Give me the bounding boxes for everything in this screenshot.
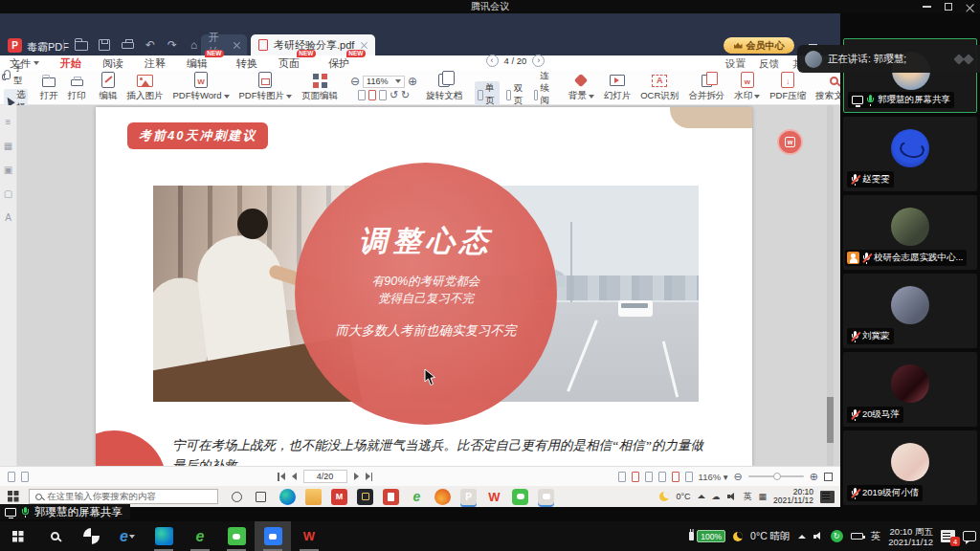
home-icon[interactable]: ⌂	[190, 38, 197, 52]
green-browser-button[interactable]: e	[182, 521, 218, 551]
page-thumb-icon[interactable]	[8, 472, 15, 482]
open-button[interactable]: 打开	[35, 71, 63, 104]
weather-moon-icon[interactable]	[659, 492, 669, 501]
wps-button[interactable]: W	[291, 521, 327, 551]
menu-read[interactable]: 阅读	[102, 56, 123, 71]
tray-expand-icon[interactable]	[798, 535, 806, 539]
ie-button[interactable]: e	[109, 521, 145, 551]
action-center-icon[interactable]	[963, 531, 976, 541]
maximize-icon[interactable]	[945, 3, 952, 11]
annotation-icon[interactable]: ▣	[4, 165, 12, 175]
meeting-button[interactable]	[255, 521, 291, 551]
next-page-icon[interactable]: ›	[532, 55, 545, 67]
merge-split-button[interactable]: 合并拆分	[683, 71, 729, 104]
vip-center-button[interactable]: 会员中心	[724, 37, 794, 54]
first-page-icon[interactable]	[278, 473, 285, 481]
search-input[interactable]: 在这里输入你要搜索的内容	[29, 489, 218, 504]
images-icon[interactable]: ▢	[4, 188, 12, 199]
menu-convert[interactable]: 转换	[236, 56, 257, 71]
edit-button[interactable]: 编辑	[95, 71, 122, 104]
battery-icon[interactable]	[851, 533, 863, 540]
undo-icon[interactable]: ↶	[145, 38, 155, 52]
last-page-icon[interactable]	[366, 473, 373, 481]
wps-icon[interactable]: W	[486, 489, 502, 505]
page-number-input[interactable]: 4/20	[303, 470, 347, 483]
ime-indicator[interactable]: 英	[744, 491, 752, 503]
rotate-doc-button[interactable]: 旋转文档	[421, 71, 467, 104]
zoom-slider-knob[interactable]	[773, 473, 781, 480]
ie-green-icon[interactable]: e	[409, 489, 425, 505]
prev-page-icon[interactable]	[292, 473, 297, 480]
insert-image-button[interactable]: 插入图片	[122, 71, 168, 104]
watermark-button[interactable]: w水印	[729, 71, 765, 104]
start-button[interactable]	[0, 521, 36, 551]
flame-app-icon[interactable]	[434, 489, 451, 505]
fit-page-icon[interactable]	[358, 90, 366, 100]
scrollbar-thumb[interactable]	[827, 397, 834, 443]
battery-status[interactable]: 100%	[689, 530, 725, 542]
weather-text[interactable]: 0°C 晴朗	[750, 530, 791, 543]
taskbar-search-button[interactable]	[36, 521, 73, 551]
zoom-slider[interactable]	[748, 475, 804, 477]
antivirus-tray-icon[interactable]: ↻	[831, 530, 843, 542]
participant-tile[interactable]: 赵雯雯	[843, 117, 977, 191]
redo-icon[interactable]: ↷	[167, 38, 177, 52]
view-mode-icon[interactable]	[618, 472, 626, 482]
notification-icon[interactable]: 4	[941, 530, 955, 542]
participant-tile[interactable]: 2019级何小倩	[843, 430, 977, 505]
ime-indicator[interactable]: 英	[871, 530, 881, 543]
menu-settings[interactable]: 设置	[725, 57, 746, 71]
participant-tile[interactable]: 20级马萍	[843, 352, 977, 427]
single-page-button[interactable]: 单页	[475, 81, 500, 108]
cortana-icon[interactable]	[232, 492, 242, 502]
participant-tile[interactable]: 校研会志愿实践中心...	[843, 195, 977, 270]
speaker-icon[interactable]	[813, 532, 823, 540]
floating-convert-button[interactable]: w	[777, 129, 803, 155]
zoom-in-icon[interactable]: ⊕	[810, 471, 818, 482]
menu-edit[interactable]: 编辑NEW	[187, 56, 208, 71]
page-edit-button[interactable]: 页面编辑	[297, 71, 343, 104]
cloud-icon[interactable]: ☁	[712, 492, 721, 501]
hand-tool-button[interactable]: 手型	[4, 62, 28, 87]
speaker-icon[interactable]	[727, 493, 737, 501]
menu-home[interactable]: 开始	[60, 56, 81, 71]
pdf-app-icon[interactable]: P	[460, 489, 477, 505]
close-icon[interactable]	[966, 3, 974, 11]
pdf-to-image-button[interactable]: PDF转图片	[234, 71, 298, 104]
scrollbar[interactable]	[827, 105, 834, 466]
zoom-in-icon[interactable]: ⊕	[408, 76, 417, 87]
clock[interactable]: 20:10 2021/11/12	[773, 488, 813, 506]
rotate-right-icon[interactable]: ↻	[401, 90, 410, 100]
open-file-icon[interactable]	[75, 38, 88, 51]
tab-close-icon[interactable]	[233, 41, 239, 49]
page-thumb-icon[interactable]	[21, 472, 29, 482]
zoom-out-icon[interactable]: ⊖	[734, 471, 743, 482]
file-explorer-icon[interactable]	[305, 489, 322, 505]
save-icon[interactable]	[99, 38, 110, 51]
tab-close-icon[interactable]	[360, 41, 368, 49]
minimize-icon[interactable]	[923, 6, 931, 8]
notification-icon[interactable]	[820, 491, 835, 503]
zoom-value[interactable]: 116%	[363, 76, 405, 88]
ocr-button[interactable]: AOCR识别	[635, 71, 683, 104]
meeting-app-icon[interactable]	[538, 489, 554, 505]
pdf-to-word-button[interactable]: WPDF转Word	[168, 71, 234, 104]
text-icon[interactable]: A	[5, 212, 11, 223]
view-mode-icon[interactable]	[645, 472, 653, 482]
start-button-icon[interactable]	[8, 491, 19, 502]
menu-page[interactable]: 页面NEW	[278, 56, 300, 71]
view-mode-icon[interactable]	[632, 472, 639, 482]
fit-height-icon[interactable]	[379, 90, 387, 100]
view-mode-icon[interactable]	[672, 472, 679, 482]
grid-icon[interactable]: ▦	[759, 492, 768, 501]
status-zoom-value[interactable]: 116% ▾	[699, 472, 728, 482]
edge-button[interactable]	[145, 521, 182, 551]
background-button[interactable]: 背景	[564, 71, 599, 104]
clock[interactable]: 20:10 周五 2021/11/12	[888, 526, 933, 547]
next-page-icon[interactable]	[354, 473, 359, 480]
participant-tile[interactable]: 刘冀蒙	[843, 274, 977, 348]
weather-moon-icon[interactable]	[733, 532, 743, 541]
double-page-button[interactable]: 双页	[503, 81, 528, 108]
lock-app-icon[interactable]	[357, 489, 373, 505]
zoom-out-icon[interactable]: ⊖	[350, 76, 360, 87]
